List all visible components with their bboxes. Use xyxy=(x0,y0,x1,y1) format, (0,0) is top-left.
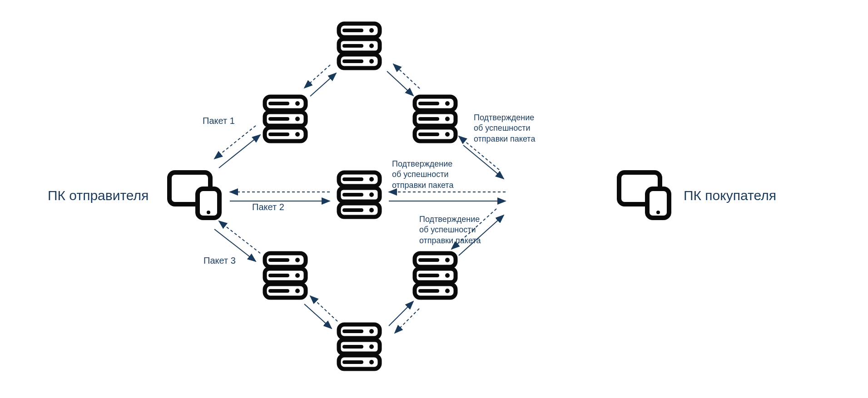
svg-line-75 xyxy=(393,64,420,88)
confirm-l2: об успешности xyxy=(474,123,531,133)
svg-point-64 xyxy=(369,329,374,334)
svg-point-66 xyxy=(369,344,374,349)
svg-point-12 xyxy=(369,44,374,48)
svg-point-10 xyxy=(369,28,374,33)
svg-point-46 xyxy=(295,258,300,262)
packet3-label: Пакет 3 xyxy=(203,256,236,266)
svg-line-72 xyxy=(310,73,336,96)
svg-point-68 xyxy=(369,360,374,364)
svg-point-50 xyxy=(295,289,300,293)
svg-point-2 xyxy=(207,211,210,214)
server-icon-top xyxy=(334,19,384,75)
svg-point-48 xyxy=(295,273,300,278)
svg-point-55 xyxy=(445,258,450,262)
confirm-l1: Подтверждение xyxy=(474,113,534,122)
server-icon-middle xyxy=(334,168,384,224)
confirm-l1b: Подтверждение xyxy=(392,159,452,168)
svg-line-71 xyxy=(214,126,256,159)
confirmation-label-bot: Подтверждение об успешности отправки пак… xyxy=(419,214,481,246)
server-icon-bottom xyxy=(334,320,384,376)
server-icon-lower-right xyxy=(410,249,460,305)
svg-point-19 xyxy=(295,101,300,106)
svg-line-73 xyxy=(304,65,330,88)
server-icon-upper-right xyxy=(410,92,460,148)
diagram-canvas: ПК отправителя ПК покупателя Пакет 1 Пак… xyxy=(0,0,868,398)
svg-point-30 xyxy=(445,117,450,121)
sender-pc-label: ПК отправителя xyxy=(48,188,149,203)
svg-line-86 xyxy=(389,301,413,326)
svg-line-76 xyxy=(463,145,504,179)
svg-point-57 xyxy=(445,273,450,278)
sender-pc-icon xyxy=(166,167,225,223)
svg-line-84 xyxy=(304,304,332,329)
confirm-l3c: отправки пакета xyxy=(419,236,481,245)
server-icon-lower-left xyxy=(260,249,310,305)
svg-line-85 xyxy=(310,296,337,321)
svg-point-5 xyxy=(656,211,660,214)
svg-point-14 xyxy=(369,59,374,64)
confirm-l3b: отправки пакета xyxy=(392,181,453,190)
svg-point-21 xyxy=(295,117,300,121)
server-icon-upper-left xyxy=(260,92,310,148)
confirm-l2b: об успешности xyxy=(392,170,449,179)
svg-line-87 xyxy=(395,309,419,333)
confirmation-label-top: Подтверждение об успешности отправки пак… xyxy=(474,113,535,144)
confirmation-label-mid: Подтверждение об успешности отправки пак… xyxy=(392,159,453,191)
confirm-l1c: Подтверждение xyxy=(419,215,480,224)
svg-point-37 xyxy=(369,177,374,182)
svg-line-70 xyxy=(219,135,260,168)
svg-point-41 xyxy=(369,208,374,212)
svg-point-39 xyxy=(369,192,374,197)
confirm-l3: отправки пакета xyxy=(474,134,535,143)
confirm-l2c: об успешности xyxy=(419,225,476,234)
packet2-label: Пакет 2 xyxy=(252,202,284,212)
buyer-pc-label: ПК покупателя xyxy=(684,188,776,203)
buyer-pc-icon xyxy=(615,167,675,223)
svg-point-59 xyxy=(445,289,450,293)
svg-point-28 xyxy=(445,101,450,106)
packet1-label: Пакет 1 xyxy=(203,116,235,126)
svg-line-83 xyxy=(219,221,260,253)
svg-point-32 xyxy=(445,132,450,137)
svg-point-23 xyxy=(295,132,300,137)
svg-line-74 xyxy=(387,71,413,96)
